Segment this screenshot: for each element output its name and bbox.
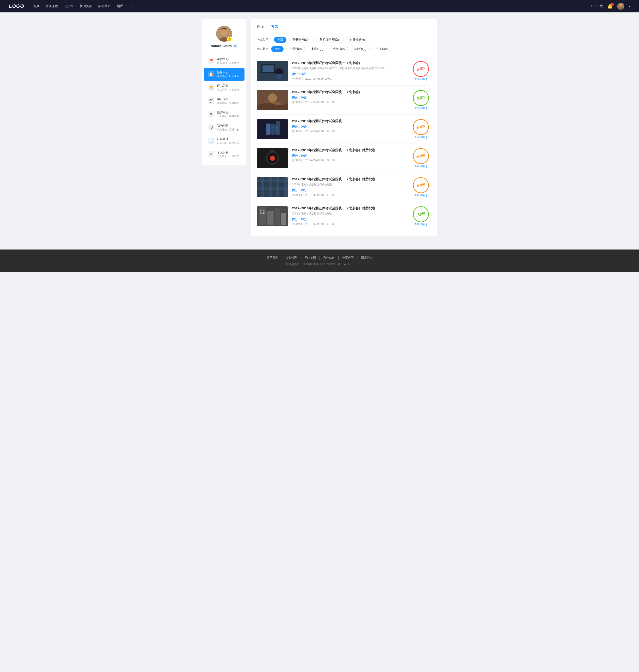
- avatar-image: [617, 3, 624, 10]
- footer-link-sitemap[interactable]: 网站地图: [301, 256, 320, 260]
- exam-action: 待批阅 查看详情 ❯: [411, 177, 431, 197]
- exam-detail-link[interactable]: 查看详情 ❯: [414, 77, 427, 81]
- exam-thumbnail: [257, 177, 288, 197]
- filter-status-review-pending[interactable]: 待批阅(2): [351, 46, 370, 52]
- orders-title: 订单管理: [217, 137, 240, 141]
- sidebar-item-question-bank[interactable]: 📋 题库中心 海量习题，助力通关: [204, 68, 245, 81]
- exam-info: 2017–2018年行测证件考试全国统一（北京卷） 得分：99分 考试时间：20…: [292, 90, 407, 104]
- logo[interactable]: LOGO: [9, 3, 24, 9]
- exam-title: 2017–2018年行测证件考试全国统一（北京卷）付费批卷: [292, 148, 407, 153]
- exam-detail-link[interactable]: 查看详情 ❯: [414, 135, 427, 139]
- nav-more[interactable]: ···: [129, 4, 132, 8]
- svg-rect-17: [266, 124, 270, 134]
- footer: 关于我们 加盟代理 网站地图 合作伙伴 免责声明 招贤纳士 Copyright®…: [0, 250, 639, 272]
- notification-bell[interactable]: 🔔 1: [607, 3, 613, 9]
- main-content: 题库 考试 考试类型： 全部 证书类考试(4) 随机抽题考试(5) 付费批卷(6…: [251, 19, 437, 236]
- exam-action: 已通过 查看详情 ❯: [411, 90, 431, 110]
- settings-subtitle: 个人信息，一键管理: [217, 155, 240, 158]
- sidebar-username: Natalie Smith 图: [211, 44, 237, 48]
- exam-title: 2017–2018年行测证件考试全国统一: [292, 119, 407, 123]
- filter-status-pending[interactable]: 待考试(2): [329, 46, 348, 52]
- exam-detail-link[interactable]: 查看详情 ❯: [414, 193, 427, 197]
- svg-rect-38: [275, 208, 280, 225]
- svg-rect-34: [284, 177, 288, 197]
- sidebar-item-settings[interactable]: ⚙ 个人设置 个人信息，一键管理: [204, 148, 245, 161]
- nav-qa[interactable]: 问答社区: [98, 4, 111, 8]
- footer-link-about[interactable]: 关于我们: [263, 256, 282, 260]
- chevron-down-icon[interactable]: ▾: [629, 5, 630, 8]
- exam-item: 2017–2018年行测证件考试全国统一（北京卷） 得分：99分 考试时间：20…: [257, 85, 431, 115]
- status-stamp-failed: 未通过: [411, 59, 431, 79]
- filter-type-paid[interactable]: 付费批卷(6): [346, 36, 368, 43]
- filter-status-all[interactable]: 全部: [271, 46, 283, 52]
- certificate-title: 证书荣誉: [217, 84, 240, 88]
- footer-link-disclaimer[interactable]: 免责声明: [339, 256, 357, 260]
- footer-link-recruit[interactable]: 招贤纳士: [357, 256, 376, 260]
- exam-detail-link[interactable]: 查看详情 ❯: [414, 106, 427, 110]
- filter-type-all[interactable]: 全部: [274, 36, 286, 43]
- tab-exam[interactable]: 考试: [271, 25, 278, 32]
- filter-type-label: 考试类型：: [257, 38, 271, 42]
- exam-action: 待批阅 查看详情 ❯: [411, 148, 431, 168]
- exam-detail-link[interactable]: 查看详情 ❯: [414, 164, 427, 168]
- sidebar-item-course-center[interactable]: 📅 课程中心 精彩课程，不容错过: [204, 54, 245, 67]
- exam-thumbnail: [257, 119, 288, 139]
- nav-news[interactable]: 新闻资讯: [80, 4, 92, 8]
- exam-info: 2017–2018年行测证件考试全国统一 得分：99分 考试时间：2019–05…: [292, 119, 407, 133]
- svg-point-1: [620, 4, 622, 7]
- sidebar-menu: 📅 课程中心 精彩课程，不容错过 📋 题库中心 海量习题，助力通关 🏆 证书荣誉…: [202, 54, 246, 161]
- account-title: 账户中心: [217, 110, 240, 114]
- filter-status-failed[interactable]: 未通过(2): [308, 46, 327, 52]
- user-avatar[interactable]: [617, 3, 624, 10]
- filter-status-reviewed[interactable]: 已批阅(2): [372, 46, 391, 52]
- filter-type-cert[interactable]: 证书类考试(4): [289, 36, 314, 43]
- certificate-subtitle: 收获荣誉，持证上岗: [217, 88, 240, 91]
- messages-subtitle: 消息通知，及时了解: [217, 128, 240, 131]
- thumb-image: [257, 177, 288, 197]
- thumb-image: [257, 119, 288, 139]
- nav-open[interactable]: 公开课: [64, 4, 74, 8]
- exam-item: 2017–2018年行测证件考试全国统一（北京卷） 2018年行测考试是最值得多…: [257, 57, 431, 85]
- status-stamp-passed: 已通过: [411, 88, 431, 108]
- filter-type-random[interactable]: 随机抽题考试(5): [316, 36, 344, 43]
- tab-question-bank[interactable]: 题库: [257, 25, 264, 32]
- course-center-subtitle: 精彩课程，不容错过: [217, 61, 240, 65]
- exam-score: 得分：99分: [292, 96, 407, 100]
- exam-info: 2017–2018年行测证件考试全国统一（北京卷）付费批卷 2018年行测考试是…: [292, 206, 407, 226]
- svg-rect-32: [269, 177, 271, 197]
- filter-status-passed[interactable]: 已通过(2): [286, 46, 305, 52]
- orders-subtitle: 订单支出，明明白白: [217, 141, 240, 145]
- exam-desc: 2018年行测考试是最值得多去研究 2018年行测考试是最值得多去研究 2018…: [292, 66, 407, 70]
- exam-item: 2017–2018年行测证件考试全国统一 得分：99分 考试时间：2019–05…: [257, 115, 431, 144]
- svg-point-13: [268, 93, 277, 102]
- app-download-link[interactable]: APP下载: [590, 4, 603, 8]
- nav-discover[interactable]: 发现课程: [46, 4, 58, 8]
- nav-home[interactable]: 首页: [33, 4, 39, 8]
- sidebar-item-certificate[interactable]: 🏆 证书荣誉 收获荣誉，持证上岗: [204, 81, 245, 94]
- sidebar-item-orders[interactable]: 📄 订单管理 订单支出，明明白白: [204, 134, 245, 147]
- svg-rect-18: [271, 126, 275, 134]
- exam-title: 2017–2018年行测证件考试全国统一（北京卷）付费批卷: [292, 177, 407, 181]
- exam-time: 考试时间：2019–05–03 10:09:09: [292, 77, 407, 81]
- exam-score: 得分：99分: [292, 188, 407, 192]
- svg-point-6: [222, 29, 226, 33]
- exam-score: 得分：99分: [292, 125, 407, 129]
- nav-bank[interactable]: 题库: [117, 4, 123, 8]
- status-stamp-pending: 待考试: [411, 117, 431, 137]
- footer-link-partner[interactable]: 合作伙伴: [320, 256, 339, 260]
- sidebar-item-study-qa[interactable]: 💬 学习问答 课后重温，疑难解答: [204, 95, 245, 107]
- sidebar-item-messages[interactable]: 🗨 我的消息 消息通知，及时了解: [204, 121, 245, 134]
- footer-link-franchise[interactable]: 加盟代理: [282, 256, 301, 260]
- account-icon: ❤: [208, 111, 214, 117]
- exam-info: 2017–2018年行测证件考试全国统一（北京卷） 2018年行测考试是最值得多…: [292, 61, 407, 81]
- exam-title: 2017–2018年行测证件考试全国统一（北京卷）付费批卷: [292, 206, 407, 210]
- thumb-image: [257, 90, 288, 110]
- thumb-image: [257, 206, 288, 226]
- settings-title: 个人设置: [217, 150, 240, 154]
- exam-list: 2017–2018年行测证件考试全国统一（北京卷） 2018年行测考试是最值得多…: [257, 57, 431, 231]
- exam-score: 得分：25分: [292, 217, 407, 221]
- exam-time: 考试时间：2019–05–03 10：09：09: [292, 100, 407, 104]
- sidebar-item-account[interactable]: ❤ 账户中心 个人权益，实时掌握: [204, 108, 245, 121]
- svg-rect-33: [277, 177, 279, 197]
- exam-detail-link[interactable]: 查看详情 ❯: [414, 222, 427, 226]
